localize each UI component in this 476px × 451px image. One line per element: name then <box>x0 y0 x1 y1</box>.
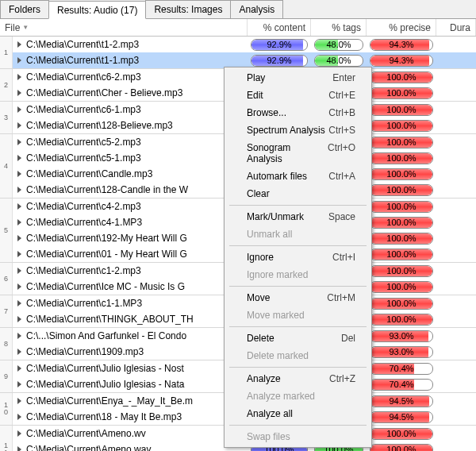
menu-item[interactable]: DeleteDel <box>226 330 370 347</box>
expand-icon[interactable] <box>17 235 21 241</box>
menu-item-label: Move <box>247 292 270 303</box>
file-path: C:\Media\Current\THINGK_ABOUT_TH <box>26 314 194 325</box>
cell-precise: 100.0% <box>367 296 436 311</box>
menu-item-shortcut: Ctrl+S <box>328 125 355 136</box>
cell-file: C:\Media\Current\c5-1.mp3 <box>13 152 248 164</box>
expand-icon[interactable] <box>17 446 21 451</box>
menu-item[interactable]: Automark filesCtrl+A <box>226 168 370 185</box>
file-path: C:\Media\Current\1909.mp3 <box>26 346 144 357</box>
expand-icon[interactable] <box>17 398 21 404</box>
expand-icon[interactable] <box>17 41 21 48</box>
cell-file: C:\Media\Current\c1-1.MP3 <box>13 298 248 309</box>
menu-item-label: Ignore marked <box>247 269 308 280</box>
group-number: 4 <box>0 134 13 198</box>
menu-item-label: Browse... <box>247 107 286 118</box>
cell-file: C:\Media\Current\Julio Iglesias - Nost <box>13 363 248 374</box>
menu-item-shortcut: Ctrl+E <box>328 90 355 101</box>
cell-precise: 100.0% <box>367 215 436 230</box>
expand-icon[interactable] <box>17 251 21 257</box>
expand-icon[interactable] <box>17 139 21 145</box>
cell-content: 92.9% <box>248 53 311 68</box>
tab[interactable]: Results: Audio (17) <box>48 1 146 19</box>
menu-item-shortcut: Ctrl+I <box>332 252 355 263</box>
menu-item-label: Move marked <box>247 310 305 321</box>
menu-item[interactable]: Sonogram AnalysisCtrl+O <box>226 139 370 168</box>
expand-icon[interactable] <box>17 381 21 387</box>
menu-item: Move marked <box>226 306 370 324</box>
menu-item[interactable]: Browse...Ctrl+B <box>226 104 370 121</box>
cell-precise: 100.0% <box>367 151 436 166</box>
group-number: 10 <box>0 393 13 425</box>
percent-bar: 94.5% <box>370 411 433 423</box>
expand-icon[interactable] <box>17 430 21 437</box>
menu-item[interactable]: IgnoreCtrl+I <box>226 249 370 266</box>
expand-icon[interactable] <box>17 268 21 274</box>
menu-item-label: Play <box>247 72 265 83</box>
percent-bar: 100.0% <box>370 137 433 148</box>
percent-bar: 100.0% <box>370 104 433 116</box>
header-tags[interactable]: % tags <box>311 19 367 36</box>
expand-icon[interactable] <box>17 219 21 226</box>
expand-icon[interactable] <box>17 333 21 339</box>
expand-icon[interactable] <box>17 171 21 177</box>
menu-separator <box>229 286 367 287</box>
expand-icon[interactable] <box>17 122 21 129</box>
menu-item: Delete marked <box>226 347 370 364</box>
table-row[interactable]: C:\Media\Current\t1-2.mp3 92.9% 48.0% 94… <box>13 37 476 52</box>
file-path: C:\Media\Current\Cher - Believe.mp3 <box>26 87 182 98</box>
expand-icon[interactable] <box>17 155 21 161</box>
menu-item-label: Spectrum Analysis <box>247 125 325 136</box>
menu-item-shortcut: Ctrl+O <box>328 142 355 164</box>
expand-icon[interactable] <box>17 203 21 210</box>
expand-icon[interactable] <box>17 300 21 306</box>
menu-item[interactable]: Analyze all <box>226 405 370 422</box>
table-row[interactable]: C:\Media\Current\t1-1.mp3 92.9% 48.0% 94… <box>13 52 476 68</box>
percent-bar: 100.0% <box>370 168 433 180</box>
group-number: 5 <box>0 199 13 262</box>
percent-bar: 93.0% <box>370 346 433 358</box>
expand-icon[interactable] <box>17 349 21 355</box>
group-number: 6 <box>0 263 13 295</box>
expand-icon[interactable] <box>17 90 21 96</box>
cell-file: C:\Media\Current\18 - May It Be.mp3 <box>13 411 248 422</box>
file-path: C:\Media\Current\Julio Iglesias - Nata <box>26 379 184 390</box>
tab-bar: FoldersResults: Audio (17)Results: Image… <box>0 0 476 19</box>
header-precise[interactable]: % precise <box>367 19 436 36</box>
expand-icon[interactable] <box>17 365 21 372</box>
menu-separator <box>229 205 367 206</box>
menu-item-label: Clear <box>247 188 270 199</box>
header-file[interactable]: File ▼ <box>0 19 248 36</box>
header-content[interactable]: % content <box>248 19 311 36</box>
expand-icon[interactable] <box>17 316 21 322</box>
expand-icon[interactable] <box>17 187 21 193</box>
menu-item[interactable]: Mark/UnmarkSpace <box>226 208 370 226</box>
expand-icon[interactable] <box>17 74 21 80</box>
tab[interactable]: Folders <box>0 0 49 18</box>
percent-bar: 48.0% <box>314 39 363 51</box>
percent-bar: 100.0% <box>370 233 433 245</box>
menu-item[interactable]: Spectrum AnalysisCtrl+S <box>226 121 370 139</box>
menu-item[interactable]: PlayEnter <box>226 69 370 87</box>
menu-item[interactable]: AnalyzeCtrl+Z <box>226 370 370 387</box>
menu-item-shortcut: Ctrl+M <box>327 292 355 303</box>
menu-item-label: Analyze <box>247 373 281 384</box>
tab[interactable]: Results: Images <box>145 0 231 18</box>
menu-item[interactable]: MoveCtrl+M <box>226 289 370 306</box>
cell-file: C:\Media\Current\Cher - Believe.mp3 <box>13 87 248 98</box>
expand-icon[interactable] <box>17 414 21 420</box>
percent-bar: 100.0% <box>370 87 433 99</box>
expand-icon[interactable] <box>17 283 21 290</box>
file-path: C:\Media\Current\128-Believe.mp3 <box>26 120 173 131</box>
expand-icon[interactable] <box>17 106 21 113</box>
expand-icon[interactable] <box>17 57 21 64</box>
cell-file: C:\Media\Current\1909.mp3 <box>13 346 248 357</box>
cell-file: C:\Media\Current\c4-1.MP3 <box>13 217 248 228</box>
tab[interactable]: Analysis <box>230 0 283 18</box>
percent-bar: 94.3% <box>370 39 433 51</box>
menu-item[interactable]: Clear <box>226 185 370 202</box>
cell-file: C:\Media\Current\Enya_-_May_It_Be.m <box>13 395 248 407</box>
file-path: C:\Media\Current\c5-1.mp3 <box>26 152 141 164</box>
cell-precise: 100.0% <box>367 183 436 198</box>
menu-item[interactable]: EditCtrl+E <box>226 87 370 104</box>
header-duration[interactable]: Dura <box>436 19 476 36</box>
